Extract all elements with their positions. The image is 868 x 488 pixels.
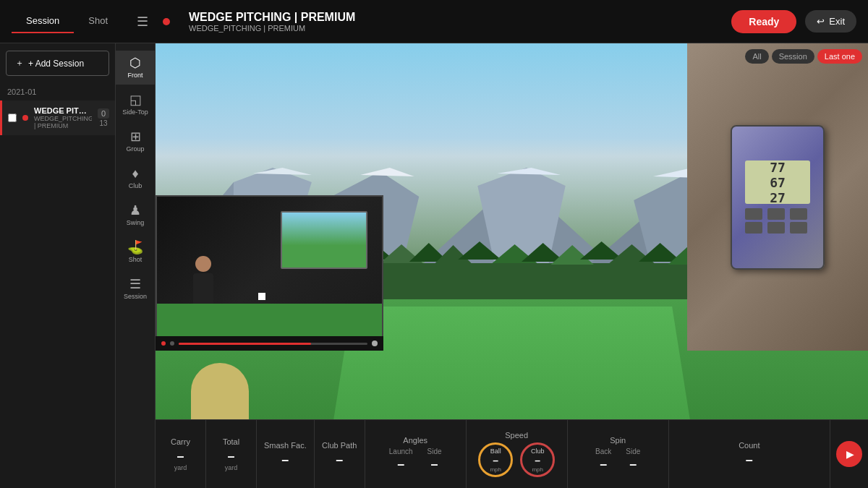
carry-value: – [176,449,184,464]
person-head [195,256,211,272]
record-indicator [161,341,166,346]
session-list-item[interactable]: WEDGE PITCHING |... WEDGE_PITCHING | PRE… [0,100,115,135]
session-item-name: WEDGE PITCHING |... [34,106,92,115]
sidebar-item-club[interactable]: ♦ Club [116,161,155,195]
smash-title: Smash Fac. [264,441,307,450]
sidebar-item-shot[interactable]: ⛳ Shot [116,235,155,269]
spin-side: Side – [626,448,640,472]
session-dot [22,115,28,121]
sidebar-item-session[interactable]: ☰ Session [116,272,155,306]
stat-group-carry: Carry – yard [156,420,206,488]
title-block: WEDGE PITCHING | PREMIUM WEDGE_PITCHING … [189,11,355,33]
stat-group-total: Total – yard [206,420,257,488]
exit-button[interactable]: ↩ Exit [805,10,856,33]
side-value: – [431,457,438,472]
swing-label: Swing [127,219,145,226]
scene-area: All Session Last one 77 67 27 [156,43,868,419]
svg-marker-26 [458,241,501,260]
speed-title: Speed [505,431,528,440]
swing-icon: ♟ [129,204,141,217]
golf-ball [258,293,265,300]
sidebar-item-swing[interactable]: ♟ Swing [116,198,155,232]
stat-group-clubpath: Club Path – [315,420,365,488]
center-content: All Session Last one 77 67 27 [156,43,868,488]
svg-marker-5 [360,168,414,176]
progress-bar[interactable] [179,343,367,345]
sidebar-item-sidetop[interactable]: ◱ Side-Top [116,87,155,121]
session-tabs: Session Shot [12,9,122,33]
back-value: – [600,457,607,472]
launch-value: – [397,457,404,472]
svg-marker-30 [580,241,623,260]
club-label: Club [129,182,142,189]
stats-bar: Carry – yard Total – yard Smash Fac. – C… [156,419,868,488]
stat-group-speed: Speed Ball – mph Club – mph [467,420,568,488]
ball-speed-label: Ball [490,448,501,455]
spin-row: Back – Side – [595,448,640,472]
stat-group-spin: Spin Back – Side – [568,420,669,488]
title-sub: WEDGE_PITCHING | PREMIUM [189,24,355,33]
session-item-sub: WEDGE_PITCHING | PREMIUM [34,115,92,129]
spin-side-value: – [629,457,637,472]
play-button[interactable]: ▶ [836,441,862,467]
all-filter-button[interactable]: All [745,49,768,64]
ready-button[interactable]: Ready [731,10,796,33]
top-bar: Session Shot ☰ WEDGE PITCHING | PREMIUM … [0,0,868,43]
stat-group-smash: Smash Fac. – [257,420,315,488]
club-icon: ♦ [132,167,138,180]
add-session-button[interactable]: ＋ + Add Session [6,51,109,76]
sidebar-item-group[interactable]: ⊞ Group [116,124,155,158]
total-unit: yard [225,464,238,471]
tab-shot[interactable]: Shot [74,9,122,33]
screen-line3: 27 [770,190,786,205]
spin-back: Back – [595,448,611,472]
progress-fill [179,343,311,345]
add-session-label: + Add Session [28,59,84,69]
angles-side: Side – [427,448,442,472]
device-screen: 77 67 27 [745,160,810,204]
main-layout: ＋ + Add Session 2021-01 WEDGE PITCHING |… [0,43,868,488]
session-item-info: WEDGE PITCHING |... WEDGE_PITCHING | PRE… [34,106,92,129]
launch-label: Launch [389,448,413,455]
angles-title: Angles [403,436,427,445]
launch-monitor-device: 77 67 27 [731,125,825,270]
tab-session[interactable]: Session [12,9,74,33]
session-filter-button[interactable]: Session [772,49,814,64]
exit-label: Exit [829,16,845,27]
session-label: Session [124,293,147,300]
title-main: WEDGE PITCHING | PREMIUM [189,11,355,24]
device-area: 77 67 27 [687,43,868,351]
view-filters: All Session Last one [745,49,862,64]
angles-row: Launch – Side – [389,448,442,472]
speed-circles: Ball – mph Club – mph [478,442,555,477]
hamburger-icon[interactable]: ☰ [131,11,154,33]
club-speed-unit: mph [532,466,543,473]
ball-speed-value: – [493,455,498,466]
stat-group-angles: Angles Launch – Side – [365,420,467,488]
exit-icon: ↩ [817,16,825,27]
clubpath-title: Club Path [322,441,357,450]
carry-title: Carry [171,437,190,446]
club-speed-label: Club [531,448,545,455]
device-btn-4 [745,222,762,234]
last-one-filter-button[interactable]: Last one [817,49,862,64]
count-title: Count [739,441,760,450]
play-icon: ▶ [846,448,854,460]
sidetop-label: Side-Top [122,108,148,116]
total-value: – [227,449,234,464]
sidetop-icon: ◱ [129,93,142,106]
sidebar-item-front[interactable]: ⬡ Front [116,51,155,85]
group-icon: ⊞ [130,130,141,143]
session-checkbox[interactable] [8,114,17,122]
device-btn-1 [745,208,762,220]
club-speed-value: – [535,455,540,466]
fairway [333,307,690,419]
bunker-left [191,363,249,419]
stat-group-count: Count – [669,420,830,488]
device-background: 77 67 27 [687,43,868,351]
total-title: Total [223,437,239,446]
shot-icon: ⛳ [127,241,143,254]
progress-thumb [372,341,378,346]
spin-title: Spin [610,436,626,445]
angles-launch: Launch – [389,448,413,472]
